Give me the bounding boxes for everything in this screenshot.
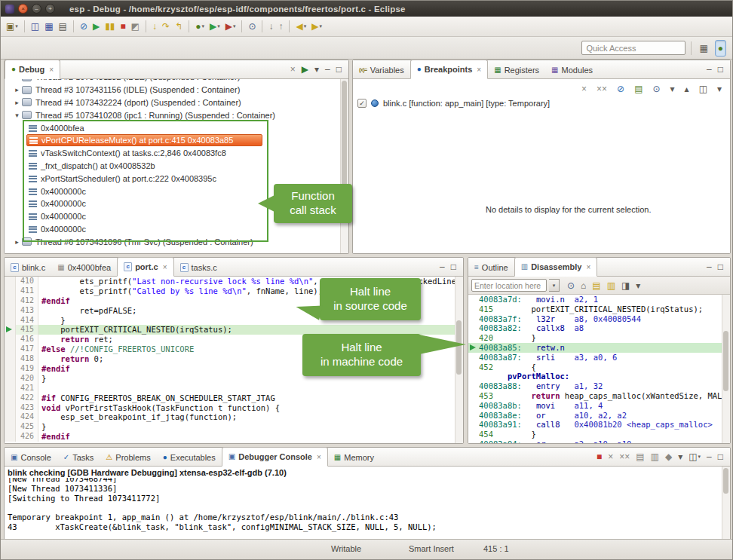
marker-gutter[interactable] xyxy=(5,306,16,316)
tab-registers[interactable]: ▦Registers xyxy=(488,61,545,78)
scrollbar-thumb[interactable] xyxy=(723,468,728,494)
tab-close-icon[interactable]: × xyxy=(586,263,590,271)
step-into-button[interactable]: ↓ xyxy=(150,19,159,34)
maximize-button[interactable]: □ xyxy=(449,259,459,274)
marker-gutter[interactable] xyxy=(5,393,16,403)
show-source-button[interactable]: ▤ xyxy=(590,278,603,293)
tab-blink-c[interactable]: cblink.c xyxy=(5,259,51,276)
debug-button[interactable]: ●▾ xyxy=(193,19,207,34)
disassembly-text[interactable]: 40083a7f: l32r a8, 0x40080544 xyxy=(479,314,730,324)
marker-gutter[interactable] xyxy=(5,374,16,384)
code-text[interactable]: esp_set_breakpoint_if_jtag(function); xyxy=(38,412,463,422)
marker-gutter[interactable] xyxy=(5,412,16,422)
open-perspective-button[interactable]: ▦ xyxy=(697,41,710,56)
restart-button[interactable]: ▶ xyxy=(299,62,311,77)
disassembly-text[interactable]: 40083a82: callx8 a8 xyxy=(479,323,730,333)
maximize-button[interactable]: □ xyxy=(334,62,344,77)
marker-gutter[interactable] xyxy=(5,277,16,286)
disassembly-text[interactable]: 40083a85: retw.n xyxy=(479,343,730,353)
link-with-debug-view-button[interactable]: ◫ xyxy=(697,81,710,96)
suspend-button[interactable]: ▮▮ xyxy=(103,19,117,34)
quick-access-input[interactable] xyxy=(581,41,685,55)
new-disassembly-view-button[interactable]: ◨ xyxy=(619,278,632,293)
disassembly-text[interactable]: 415 portEXIT_CRITICAL_NESTED(irqStatus); xyxy=(479,304,730,314)
tab-tasks[interactable]: ✓Tasks xyxy=(57,448,100,466)
scrollbar-thumb[interactable] xyxy=(723,331,728,391)
marker-gutter[interactable] xyxy=(5,422,16,432)
remove-launch-button[interactable]: × xyxy=(606,449,615,464)
collapse-all-button[interactable]: ▴ xyxy=(682,81,692,96)
forward-button[interactable]: ▶▾ xyxy=(309,19,324,34)
tab-0x4000bfea[interactable]: ▦0x4000bfea xyxy=(51,259,117,276)
maximize-button[interactable]: □ xyxy=(716,449,725,464)
debug-thread-row[interactable]: ▾Thread #5 1073410208 (ipc1 : Running) (… xyxy=(5,109,348,121)
disassembly-vertical-scrollbar[interactable] xyxy=(722,295,730,443)
tab-close-icon[interactable]: × xyxy=(477,66,481,74)
disassembly-text[interactable]: 40083a88: entry a1, 32 xyxy=(479,381,730,391)
show-symbols-button[interactable]: ▥ xyxy=(605,278,618,293)
tab-problems[interactable]: ⚠Problems xyxy=(100,448,156,466)
tab-variables[interactable]: (x)=Variables xyxy=(353,61,410,78)
tab-executables[interactable]: ●Executables xyxy=(157,448,222,466)
maximize-button[interactable]: □ xyxy=(716,62,725,77)
code-text[interactable]: #endif xyxy=(38,432,463,442)
save-button[interactable]: ◫ xyxy=(29,19,41,34)
tab-modules[interactable]: ▦Modules xyxy=(545,61,599,78)
tab-close-icon[interactable]: × xyxy=(49,66,54,74)
debug-thread-row[interactable]: ▸Thread #4 1073432224 (dport) (Suspended… xyxy=(5,96,348,109)
new-button[interactable]: ▣▾ xyxy=(4,19,20,34)
next-annotation-button[interactable]: ↓ xyxy=(266,19,275,34)
location-combo-arrow-icon[interactable]: ▾ xyxy=(549,279,560,292)
tab-console[interactable]: ▣Console xyxy=(5,448,57,466)
editor-vertical-scrollbar[interactable] xyxy=(455,277,463,443)
debug-stack-frame-row[interactable]: vPortCPUReleaseMutex() at port.c:415 0x4… xyxy=(5,134,348,147)
scrollbar-thumb[interactable] xyxy=(342,81,347,194)
console-output[interactable]: [New Thread 1073468744][New Thread 10734… xyxy=(5,478,730,532)
disassembly-text[interactable]: 454 } xyxy=(479,430,730,439)
skip-all-breakpoints-button[interactable]: ⊘ xyxy=(78,19,90,34)
code-text[interactable]: } xyxy=(38,422,463,432)
minimize-button[interactable]: – xyxy=(437,259,447,274)
open-console-button[interactable]: ◫▾ xyxy=(686,449,703,464)
expand-all-button[interactable]: ▾ xyxy=(668,81,677,96)
disconnect-button[interactable]: ◩ xyxy=(129,19,142,34)
maximize-button[interactable]: □ xyxy=(716,259,725,274)
marker-gutter[interactable] xyxy=(5,344,16,354)
expander-icon[interactable]: ▸ xyxy=(12,99,22,106)
code-text[interactable] xyxy=(38,384,463,393)
marker-gutter[interactable] xyxy=(5,403,16,413)
display-selected-console-button[interactable]: ▾ xyxy=(676,449,685,464)
code-text[interactable]: #if CONFIG_FREERTOS_BREAK_ON_SCHEDULER_S… xyxy=(38,393,463,403)
remove-all-launches-button[interactable]: ×× xyxy=(617,449,632,464)
tab-breakpoints[interactable]: ●Breakpoints× xyxy=(410,60,488,79)
minimize-button[interactable]: – xyxy=(704,449,714,464)
marker-gutter[interactable] xyxy=(5,286,16,296)
tab-debug[interactable]: ●Debug× xyxy=(5,60,60,79)
window-close-button[interactable]: × xyxy=(18,4,28,14)
window-minimize-button[interactable]: – xyxy=(32,4,41,14)
step-return-button[interactable]: ↰ xyxy=(173,19,185,34)
marker-gutter[interactable] xyxy=(5,364,16,374)
show-breakpoints-supported-button[interactable]: ⊘ xyxy=(615,81,627,96)
stack-frame[interactable]: 0x4000000c xyxy=(26,210,86,222)
debug-stack-frame-row[interactable]: vTaskSwitchContext() at tasks.c:2,846 0x… xyxy=(5,147,348,160)
run-button[interactable]: ▶▾ xyxy=(207,19,222,34)
debug-stack-frame-row[interactable]: 0x4000000c xyxy=(5,223,348,236)
tab-tasks-c[interactable]: ctasks.c xyxy=(174,259,223,276)
step-over-button[interactable]: ↷ xyxy=(160,19,172,34)
scroll-lock-button[interactable]: ▥ xyxy=(649,449,661,464)
code-text[interactable]: void vPortFirstTaskHook(TaskFunction_t f… xyxy=(38,403,463,413)
console-vertical-scrollbar[interactable] xyxy=(722,467,730,540)
tab-debugger-console[interactable]: ▣Debugger Console× xyxy=(222,447,328,467)
remove-all-breakpoints-button[interactable]: ×× xyxy=(594,81,609,96)
stack-frame-selected[interactable]: vPortCPUReleaseMutex() at port.c:415 0x4… xyxy=(26,134,262,146)
tab-port-c[interactable]: cport.c× xyxy=(117,257,173,277)
stack-frame[interactable]: 0x4000bfea xyxy=(26,122,84,134)
marker-gutter[interactable] xyxy=(5,384,16,393)
previous-annotation-button[interactable]: ↑ xyxy=(276,19,285,34)
stack-frame[interactable]: vTaskSwitchContext() at tasks.c:2,846 0x… xyxy=(26,147,226,159)
disassembly-text[interactable]: pvPortMalloc: xyxy=(479,372,730,381)
terminate-button[interactable]: ■ xyxy=(594,449,604,464)
minimize-button[interactable]: – xyxy=(704,62,714,77)
tab-outline[interactable]: ≡Outline xyxy=(468,259,514,276)
